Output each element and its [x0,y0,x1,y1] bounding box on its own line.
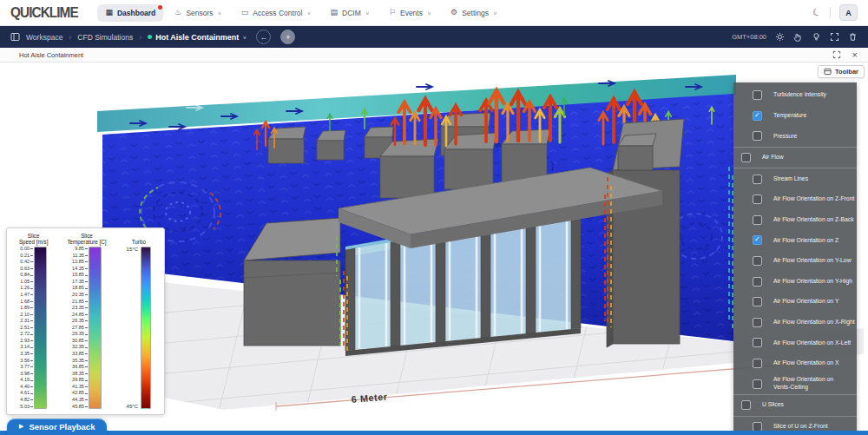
legend-tick: 14.35 [72,267,88,272]
close-icon[interactable]: × [852,50,858,60]
layer-checkbox[interactable] [753,215,762,225]
legend-tick: 39.85 [72,378,88,383]
layer-checkbox[interactable] [753,235,762,245]
layer-row-temperature[interactable]: Temperature [733,106,857,127]
layer-row-air-flow-orientation-on-z-back[interactable]: Air Flow Orientation on Z-Back [733,210,857,231]
layer-row-air-flow-orientation-on-vents-ceiling[interactable]: Air Flow Orientation on Vents-Ceiling [733,373,857,394]
fullscreen-icon[interactable] [830,32,839,42]
layer-checkbox[interactable] [753,277,762,287]
layer-checkbox[interactable] [741,400,751,410]
legend-tick: 29.35 [72,332,88,337]
legend-tick: 4.61 [20,391,33,396]
dark-mode-moon-icon[interactable]: ☾ [811,6,823,20]
toolbar-icon [824,68,832,76]
layer-checkbox[interactable] [753,338,762,347]
layer-row-air-flow-orientation-on-z-front[interactable]: Air Flow Orientation on Z-Front [733,189,857,210]
hand-pointer-icon[interactable] [793,32,803,42]
layer-checkbox[interactable] [753,131,762,141]
nav-item-settings[interactable]: ⚙ Settings ∨ [443,4,505,22]
layer-checkbox[interactable] [753,297,762,306]
layer-row-turbulence-intensity[interactable]: Turbulence Intensity [733,85,857,106]
layer-row-stream-lines[interactable]: Stream Lines [733,168,857,189]
legend-tick: 2.93 [20,339,33,344]
layer-row-u-slices[interactable]: U Slices [733,394,857,417]
layer-checkbox[interactable] [753,256,762,266]
trash-icon[interactable] [848,32,858,42]
legend-tick: 11.35 [73,254,88,259]
chevron-down-icon: ∨ [427,10,431,15]
add-button[interactable]: + [280,30,295,44]
legend-tick: 0.21 [20,254,33,259]
legend-tick: 2.51 [20,326,33,331]
app-logo: QUICKLIME [10,4,78,22]
layer-row-air-flow-orientation-on-y-low[interactable]: Air Flow Orientation on Y-Low [733,251,857,272]
layer-checkbox[interactable] [741,153,751,162]
breadcrumb-cfd-simulations[interactable]: CFD Simulations [77,33,133,42]
legend-tick: 15.85 [72,273,88,278]
layer-checkbox[interactable] [753,90,762,100]
legend-speed-ticks: 0.000.210.420.630.841.051.261.471.681.89… [20,247,34,409]
legend-tick: 4.19 [20,378,33,383]
legend-turbo-scale: Turbo 15°C 45°C [115,232,162,409]
expand-icon[interactable] [832,50,841,59]
chevron-down-icon: ∨ [218,10,222,15]
divider [830,7,831,18]
right-rack [607,119,684,347]
layer-checkbox[interactable] [753,318,762,327]
layer-row-air-flow[interactable]: Air Flow [733,147,857,169]
layer-row-pressure[interactable]: Pressure [733,126,857,147]
sensors-icon: ♨ [174,9,181,16]
sensor-playback-button[interactable]: ▶ Sensor Playback [7,419,107,435]
layer-checkbox[interactable] [753,379,762,389]
timezone-label[interactable]: GMT+08:00 [732,33,766,41]
legend-tick: 1.26 [20,286,33,291]
chevron-right-icon: › [69,33,71,42]
dashboard-icon: ▦ [105,9,113,16]
main-nav: ▦ Dashboard ∨ ♨ Sensors ∨ ▭ Access Contr… [97,4,505,22]
nav-item-dcim[interactable]: ▤ DCIM ∨ [323,4,378,22]
legend-tick: 20.35 [72,293,88,298]
lightbulb-icon[interactable] [812,32,821,42]
layer-row-air-flow-orientation-on-x[interactable]: Air Flow Orientation on X [733,353,857,374]
back-button[interactable]: ← [256,30,271,44]
layer-row-air-flow-orientation-on-y-high[interactable]: Air Flow Orientation on Y-High [733,271,857,292]
legend-tick: 3.35 [20,352,33,357]
legend-tick: 45.85 [72,405,88,410]
sidebar-toggle-icon[interactable] [10,32,20,42]
legend-tick: 9.85 [75,247,88,252]
legend-tick: 2.31 [20,319,33,324]
nav-item-access-control[interactable]: ▭ Access Control ∨ [233,4,319,22]
layer-row-air-flow-orientation-on-x-left[interactable]: Air Flow Orientation on X-Left [733,333,857,353]
viewport-titlebar: Hot Aisle Containment × [0,48,868,63]
toolbar-button[interactable]: Toolbar [818,65,865,78]
nav-item-events[interactable]: ⚐ Events ∨ [381,4,439,22]
events-icon: ⚐ [389,9,396,16]
layer-checkbox[interactable] [753,111,762,121]
turbo-colorbar [141,247,151,409]
breadcrumb-workspace[interactable]: Workspace [26,33,62,42]
legend-tick: 21.85 [72,300,88,305]
cfd-viewport[interactable]: 6 Meter Toolbar Turbulence Intensity Tem… [0,63,868,435]
nav-item-dashboard[interactable]: ▦ Dashboard ∨ [97,4,163,22]
legend-temperature-ticks: 9.8511.3512.8514.3515.8517.3518.8520.352… [72,247,89,409]
layer-row-air-flow-orientation-on-x-right[interactable]: Air Flow Orientation on X-Right [733,313,857,333]
gear-icon[interactable] [775,32,785,42]
chevron-down-icon: ∨ [493,10,497,15]
layer-row-air-flow-orientation-on-z[interactable]: Air Flow Orientation on Z [733,230,857,251]
layer-checkbox[interactable] [753,175,762,184]
legend-tick: 0.84 [20,273,33,278]
play-icon: ▶ [19,424,23,430]
turbo-bottom-label: 45°C [127,404,138,409]
legend-tick: 0.00 [20,247,33,252]
layer-checkbox[interactable] [753,194,762,204]
legend-tick: 42.85 [72,391,88,396]
layer-row-air-flow-orientation-on-y[interactable]: Air Flow Orientation on Y [733,292,857,313]
nav-item-sensors[interactable]: ♨ Sensors ∨ [167,4,229,22]
breadcrumb-current[interactable]: Hot Aisle Containment ∨ [148,33,247,42]
access-control-icon: ▭ [241,9,249,16]
legend-tick: 33.85 [72,352,88,357]
legend-tick: 2.72 [20,332,33,337]
legend-tick: 44.35 [72,398,88,403]
layer-checkbox[interactable] [753,359,762,368]
user-avatar[interactable]: A [839,4,858,21]
